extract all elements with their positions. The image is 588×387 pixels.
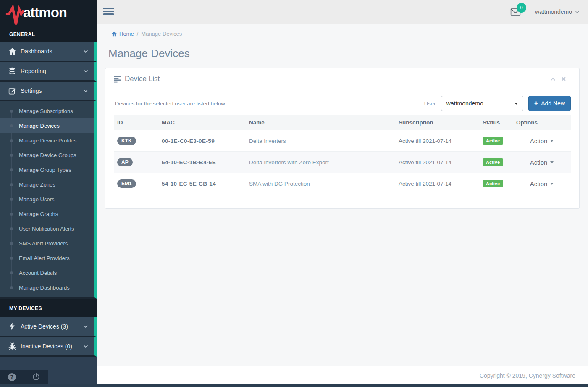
sidebar-item-manage-devices[interactable]: Manage Devices <box>0 118 94 133</box>
column-header-mac: MAC <box>158 115 246 130</box>
brand-logo[interactable]: attmon <box>0 0 97 26</box>
sidebar-item-sms-alert-providers[interactable]: SMS Alert Providers <box>0 236 94 251</box>
table-row: EM1 54-10-EC-5E-CB-14 SMA with DG Protec… <box>114 173 571 195</box>
sidebar-item-label: Reporting <box>21 68 83 74</box>
sidebar-item-manage-graphs[interactable]: Manage Graphs <box>0 207 94 221</box>
sidebar-section-general: GENERAL <box>0 26 97 42</box>
user-menu-button[interactable]: wattmondemo <box>535 8 580 15</box>
sidebar-item-settings[interactable]: Settings <box>0 82 97 101</box>
chevron-down-icon <box>83 325 88 328</box>
sidebar-item-manage-users[interactable]: Manage Users <box>0 192 94 207</box>
status-badge: Active <box>483 158 503 166</box>
breadcrumb-home-link[interactable]: Home <box>111 31 134 37</box>
bottom-strip <box>0 384 588 387</box>
sidebar-item-manage-dashboards[interactable]: Manage Dashboards <box>0 280 94 295</box>
device-subscription: Active till 2021-07-14 <box>399 138 452 144</box>
sidebar-item-email-alert-providers[interactable]: Email Alert Providers <box>0 251 94 266</box>
home-icon <box>7 47 17 55</box>
breadcrumb-separator: / <box>137 31 139 37</box>
device-name-link[interactable]: Delta Inverters with Zero Export <box>249 159 329 166</box>
sidebar-section-my-devices: MY DEVICES <box>0 299 97 317</box>
sidebar-item-manage-device-profiles[interactable]: Manage Device Profiles <box>0 133 94 148</box>
device-id-badge: EM1 <box>117 179 136 188</box>
panel-title: Device List <box>125 75 550 83</box>
collapse-panel-icon[interactable] <box>550 77 556 81</box>
status-badge: Active <box>483 180 503 187</box>
chevron-down-icon <box>83 89 88 92</box>
close-panel-icon[interactable] <box>562 77 566 81</box>
username-label: wattmondemo <box>535 8 572 15</box>
caret-down-icon <box>550 161 554 163</box>
sidebar-item-manage-subscriptions[interactable]: Manage Subscriptions <box>0 104 94 118</box>
action-dropdown-button[interactable]: Action <box>530 180 554 187</box>
database-icon <box>7 67 17 75</box>
plus-icon <box>534 100 538 107</box>
caret-down-icon <box>550 140 554 142</box>
panel-body: Devices for the selected user are listed… <box>105 89 579 208</box>
messages-count-badge: 0 <box>517 3 526 13</box>
sidebar-item-label: Dashboards <box>21 48 83 55</box>
page-title: Manage Devices <box>108 47 580 60</box>
device-mac: 00-1E-C0-E3-0E-59 <box>162 138 215 144</box>
sidebar-item-reporting[interactable]: Reporting <box>0 62 97 82</box>
sidebar-item-label: Settings <box>21 87 83 94</box>
list-icon <box>114 76 121 83</box>
content-area: Home / Manage Devices Manage Devices Dev… <box>97 24 588 366</box>
device-id-badge: KTK <box>117 137 136 145</box>
sidebar-item-account-details[interactable]: Account Details <box>0 266 94 280</box>
column-header-status: Status <box>479 115 513 130</box>
device-name-link[interactable]: Delta Inverters <box>249 138 286 144</box>
device-name-link[interactable]: SMA with DG Protection <box>249 181 310 187</box>
device-mac: 54-10-EC-1B-B4-5E <box>162 159 216 166</box>
sidebar-item-manage-zones[interactable]: Manage Zones <box>0 177 94 192</box>
action-dropdown-button[interactable]: Action <box>530 159 554 166</box>
sidebar-item-dashboards[interactable]: Dashboards <box>0 42 97 62</box>
edit-icon <box>7 87 17 95</box>
panel-body-header: Devices for the selected user are listed… <box>114 96 571 111</box>
help-icon[interactable] <box>8 373 16 381</box>
panel-tools <box>550 77 571 81</box>
sidebar-toggle-button[interactable] <box>103 8 114 16</box>
column-header-id: ID <box>114 115 158 130</box>
sidebar-item-manage-device-groups[interactable]: Manage Device Groups <box>0 148 94 163</box>
table-row: AP 54-10-EC-1B-B4-5E Delta Inverters wit… <box>114 152 571 173</box>
device-table: ID MAC Name Subscription Status Options … <box>114 115 571 195</box>
breadcrumb-home-label: Home <box>119 31 134 37</box>
sidebar-spacer <box>0 357 97 370</box>
table-row: KTK 00-1E-C0-E3-0E-59 Delta Inverters Ac… <box>114 130 571 152</box>
column-header-subscription: Subscription <box>395 115 479 130</box>
user-controls: User: wattmondemo Add New <box>424 96 571 111</box>
user-select[interactable]: wattmondemo <box>441 96 523 111</box>
add-new-label: Add New <box>541 100 565 107</box>
device-list-description: Devices for the selected user are listed… <box>114 100 226 107</box>
device-mac: 54-10-EC-5E-CB-14 <box>162 181 216 187</box>
settings-submenu: Manage Subscriptions Manage Devices Mana… <box>0 101 97 299</box>
sidebar-item-active-devices[interactable]: Active Devices (3) <box>0 317 97 337</box>
device-subscription: Active till 2021-07-14 <box>399 159 452 166</box>
add-new-button[interactable]: Add New <box>528 96 571 111</box>
sidebar-item-manage-group-types[interactable]: Manage Group Types <box>0 163 94 177</box>
user-select-value: wattmondemo <box>446 100 483 107</box>
action-dropdown-button[interactable]: Action <box>530 137 554 145</box>
chevron-down-icon <box>83 345 88 348</box>
caret-down-icon <box>550 183 554 185</box>
chevron-down-icon <box>83 69 88 73</box>
sidebar: attmon GENERAL Dashboards Reporting <box>0 0 97 387</box>
action-label: Action <box>530 159 548 166</box>
bug-icon <box>7 342 17 350</box>
caret-down-icon <box>514 103 518 105</box>
action-label: Action <box>530 180 548 187</box>
chevron-down-icon <box>575 11 580 13</box>
panel-header: Device List <box>105 68 579 89</box>
sidebar-item-user-notification-alerts[interactable]: User Notification Alerts <box>0 221 94 236</box>
device-list-panel: Device List Devices for the selected use… <box>105 68 580 209</box>
sidebar-item-inactive-devices[interactable]: Inactive Devices (0) <box>0 337 97 357</box>
action-label: Action <box>530 137 548 145</box>
messages-button[interactable]: 0 <box>510 8 521 16</box>
breadcrumb: Home / Manage Devices <box>111 31 580 37</box>
main-area: 0 wattmondemo Home / Manage Devices Mana… <box>97 0 588 387</box>
brand-name: attmon <box>23 5 67 21</box>
user-select-label: User: <box>424 100 437 107</box>
column-header-options: Options <box>513 115 571 130</box>
power-icon[interactable] <box>32 373 40 381</box>
